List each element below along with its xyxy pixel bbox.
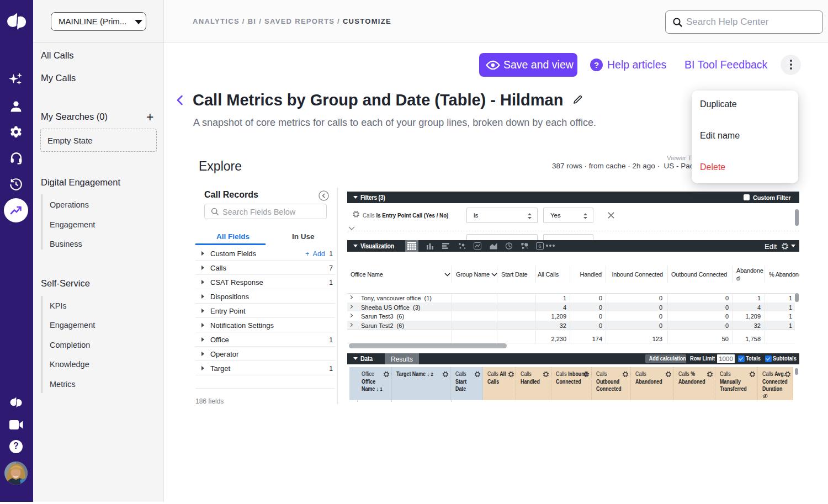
svg-text:6: 6 [538,243,541,249]
